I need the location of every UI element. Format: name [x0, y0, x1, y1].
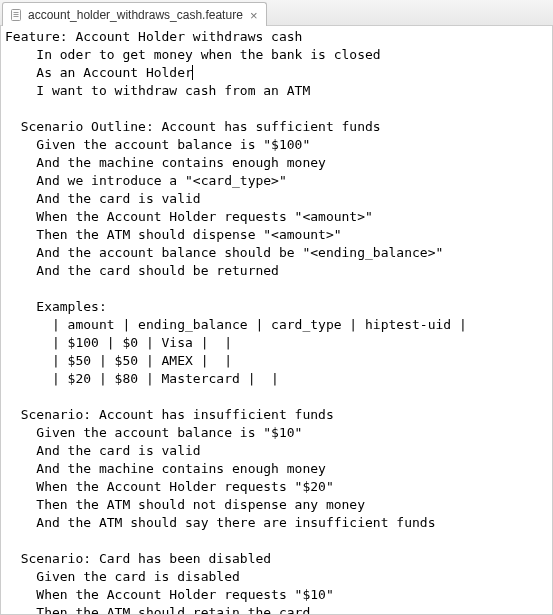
editor-line: Then the ATM should not dispense any mon… [5, 496, 548, 514]
editor-line: When the Account Holder requests "$10" [5, 586, 548, 604]
editor-line: I want to withdraw cash from an ATM [5, 82, 548, 100]
editor-line: Examples: [5, 298, 548, 316]
editor-line: Given the card is disabled [5, 568, 548, 586]
editor-line: | $100 | $0 | Visa | | [5, 334, 548, 352]
tab-bar: account_holder_withdraws_cash.feature × [0, 0, 553, 26]
file-tab[interactable]: account_holder_withdraws_cash.feature × [2, 2, 267, 28]
code-editor[interactable]: Feature: Account Holder withdraws cash I… [0, 26, 553, 615]
editor-line: Feature: Account Holder withdraws cash [5, 28, 548, 46]
editor-line: Scenario: Account has insufficient funds [5, 406, 548, 424]
editor-line: And the machine contains enough money [5, 460, 548, 478]
editor-line: When the Account Holder requests "<amoun… [5, 208, 548, 226]
file-icon [9, 8, 23, 22]
editor-line: Given the account balance is "$10" [5, 424, 548, 442]
editor-line: Scenario: Card has been disabled [5, 550, 548, 568]
editor-line: Scenario Outline: Account has sufficient… [5, 118, 548, 136]
editor-line: Given the account balance is "$100" [5, 136, 548, 154]
editor-line: In oder to get money when the bank is cl… [5, 46, 548, 64]
editor-line [5, 388, 548, 406]
editor-line: | $50 | $50 | AMEX | | [5, 352, 548, 370]
editor-line: When the Account Holder requests "$20" [5, 478, 548, 496]
editor-line [5, 280, 548, 298]
editor-line: | $20 | $80 | Mastercard | | [5, 370, 548, 388]
editor-line: As an Account Holder [5, 64, 548, 82]
close-icon[interactable]: × [248, 9, 260, 21]
editor-line [5, 100, 548, 118]
editor-line: And the ATM should say there are insuffi… [5, 514, 548, 532]
editor-line: Then the ATM should dispense "<amount>" [5, 226, 548, 244]
editor-line: And the machine contains enough money [5, 154, 548, 172]
editor-line: | amount | ending_balance | card_type | … [5, 316, 548, 334]
text-caret [192, 65, 193, 80]
editor-line: And the account balance should be "<endi… [5, 244, 548, 262]
editor-line: And the card should be returned [5, 262, 548, 280]
editor-line: And the card is valid [5, 442, 548, 460]
tab-filename: account_holder_withdraws_cash.feature [28, 8, 243, 22]
editor-line: And the card is valid [5, 190, 548, 208]
editor-line [5, 532, 548, 550]
editor-line: And we introduce a "<card_type>" [5, 172, 548, 190]
editor-line: Then the ATM should retain the card [5, 604, 548, 615]
